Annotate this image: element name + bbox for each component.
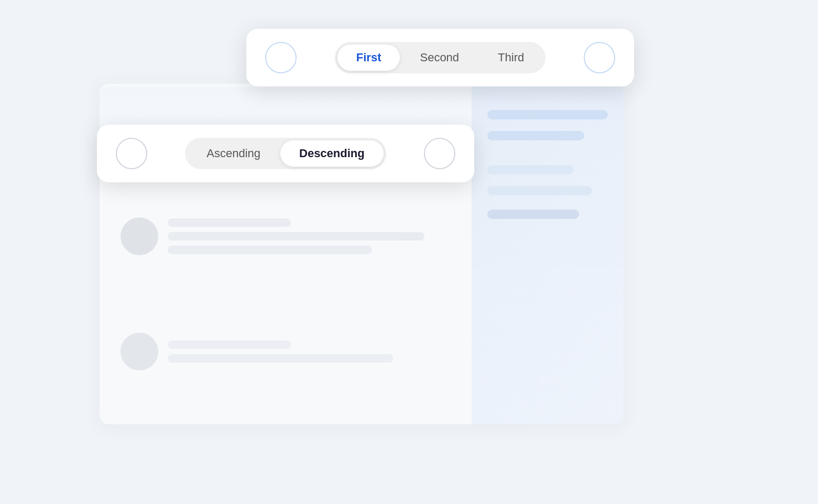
top-left-circle[interactable] — [265, 42, 297, 73]
right-line-2 — [487, 131, 584, 140]
bg-text-line-2b — [168, 354, 393, 363]
tab-first[interactable]: First — [337, 45, 400, 71]
bg-list-item-2 — [121, 333, 393, 370]
right-line-5 — [487, 210, 579, 219]
tab-second[interactable]: Second — [401, 45, 478, 71]
bottom-segmented-control: Ascending Descending — [185, 138, 386, 169]
right-line-4 — [487, 186, 592, 195]
bg-text-lines-2 — [168, 341, 393, 363]
bg-avatar-2 — [121, 333, 158, 370]
bg-text-lines-1 — [168, 218, 424, 254]
tab-descending[interactable]: Descending — [280, 140, 384, 167]
bg-text-line-2a — [168, 341, 291, 349]
top-segmented-control: First Second Third — [335, 42, 546, 73]
tab-ascending[interactable]: Ascending — [188, 140, 279, 167]
bg-avatar-1 — [121, 217, 158, 255]
bg-text-line-1b — [168, 232, 424, 240]
tab-third[interactable]: Third — [479, 45, 543, 71]
right-line-3 — [487, 165, 574, 174]
top-right-circle[interactable] — [584, 42, 615, 73]
bg-text-line-1a — [168, 218, 291, 227]
right-line-1 — [487, 110, 608, 119]
bottom-left-circle[interactable] — [116, 138, 147, 169]
segment-card-top: First Second Third — [246, 29, 634, 86]
bottom-right-circle[interactable] — [424, 138, 455, 169]
bg-text-line-1c — [168, 246, 372, 254]
bg-list-item-1 — [121, 217, 424, 255]
segment-card-bottom: Ascending Descending — [97, 125, 474, 182]
bg-right-panel — [472, 84, 624, 424]
